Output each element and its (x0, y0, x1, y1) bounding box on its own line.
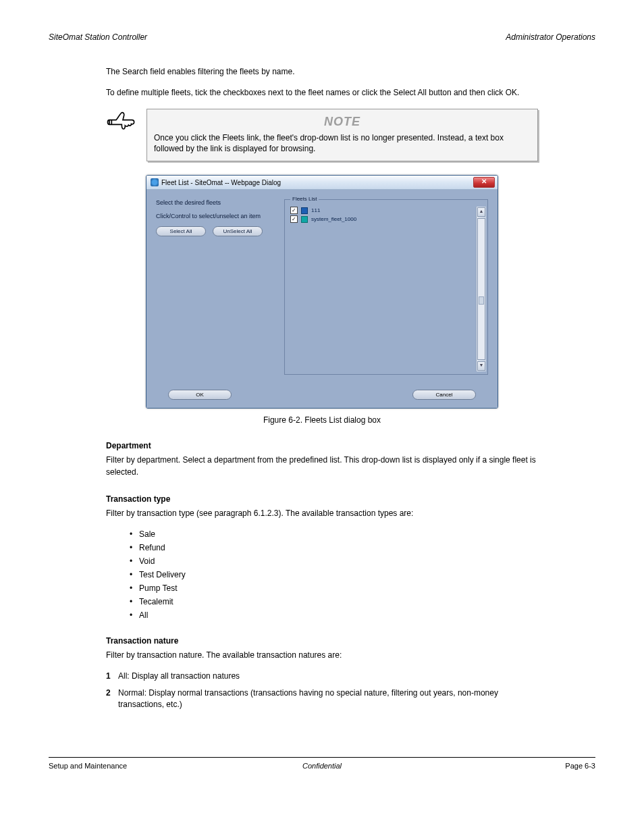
ok-button[interactable]: OK (168, 390, 232, 400)
ie-icon (151, 178, 159, 186)
page-footer: Setup and Maintenance Confidential Page … (49, 757, 595, 770)
list-item: Refund (130, 543, 538, 552)
dialog-title: Fleet List - SiteOmat -- Webpage Dialog (161, 179, 473, 186)
figure-caption: Figure 6-2. Fleets List dialog box (49, 415, 595, 425)
close-button[interactable]: ✕ (473, 177, 495, 188)
fleet-name: system_fleet_1000 (311, 216, 356, 222)
scrollbar[interactable]: ▲ ▼ (476, 207, 486, 371)
list-item: Test Delivery (130, 570, 538, 579)
note-callout: NOTE Once you click the Fleets link, the… (106, 109, 538, 162)
header-right: Administrator Operations (506, 32, 595, 42)
list-item[interactable]: ✓ system_fleet_1000 (290, 215, 476, 223)
fleets-legend: Fleets List (290, 196, 319, 202)
dialog-instruction-2: Click/Control to select/unselect an item (156, 213, 271, 219)
pointing-hand-icon (106, 109, 146, 138)
intro-paragraph-2: To define multiple fleets, tick the chec… (106, 87, 538, 99)
scroll-down-icon[interactable]: ▼ (477, 361, 485, 371)
transaction-type-list: Sale Refund Void Test Delivery Pump Test… (130, 529, 538, 620)
dialog-instruction-1: Select the desired fleets (156, 199, 271, 206)
footer-left: Setup and Maintenance (49, 762, 231, 770)
department-body: Filter by department. Select a departmen… (106, 454, 538, 478)
footer-center: Confidential (231, 762, 413, 770)
scroll-up-icon[interactable]: ▲ (477, 207, 485, 217)
transaction-nature-body: Filter by transaction nature. The availa… (106, 650, 538, 661)
dialog-titlebar: Fleet List - SiteOmat -- Webpage Dialog … (146, 176, 498, 190)
transaction-nature-list: 1All: Display all transaction natures 2N… (106, 671, 538, 710)
department-heading: Department (106, 441, 538, 450)
cancel-button[interactable]: Cancel (412, 390, 476, 400)
fleets-dialog: Fleet List - SiteOmat -- Webpage Dialog … (146, 175, 498, 409)
list-item: Sale (130, 529, 538, 539)
list-item: Pump Test (130, 583, 538, 593)
footer-right: Page 6-3 (413, 762, 595, 770)
transaction-nature-heading: Transaction nature (106, 636, 538, 646)
list-item: 1All: Display all transaction natures (106, 671, 538, 682)
checkbox-icon[interactable]: ✓ (290, 215, 298, 223)
list-item: 2Normal: Display normal transactions (tr… (106, 687, 538, 710)
select-all-button[interactable]: Select All (156, 226, 206, 236)
fleet-name: 111 (311, 207, 320, 213)
transaction-type-body: Filter by transaction type (see paragrap… (106, 508, 538, 519)
list-item: Tecalemit (130, 597, 538, 606)
fleets-list[interactable]: ✓ 111 ✓ system_fleet_1000 (290, 207, 476, 371)
checkbox-icon[interactable]: ✓ (290, 207, 298, 214)
scroll-track[interactable] (477, 218, 485, 360)
intro-paragraph-1: The Search field enables filtering the f… (106, 66, 538, 78)
transaction-type-heading: Transaction type (106, 494, 538, 504)
page-header: SiteOmat Station Controller Administrato… (49, 32, 595, 42)
note-title: NOTE (154, 113, 531, 130)
list-item[interactable]: ✓ 111 (290, 207, 476, 214)
header-left: SiteOmat Station Controller (49, 32, 147, 42)
scroll-thumb[interactable] (479, 296, 484, 305)
list-item: All (130, 610, 538, 620)
fleets-list-fieldset: Fleets List ✓ 111 ✓ system_fleet_1000 (284, 199, 488, 375)
note-body: Once you click the Fleets link, the flee… (154, 132, 531, 154)
fleet-color-swatch (301, 216, 308, 223)
list-item: Void (130, 556, 538, 566)
unselect-all-button[interactable]: UnSelect All (213, 226, 263, 236)
fleet-color-swatch (301, 207, 308, 214)
